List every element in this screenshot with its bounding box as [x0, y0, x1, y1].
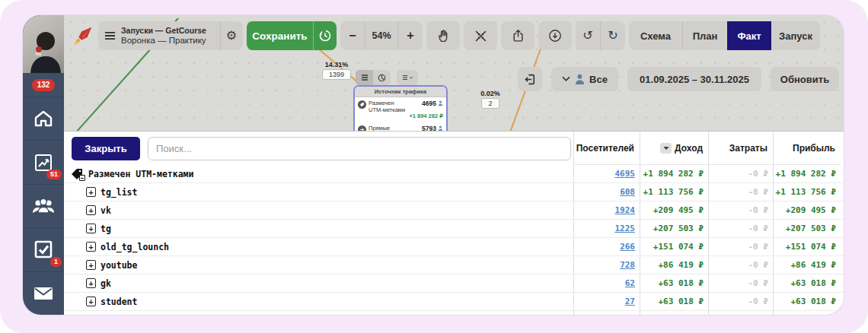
income-value: +63 018 ₽ — [640, 278, 708, 288]
sidebar-item-contacts[interactable] — [23, 185, 64, 228]
edge-count: 1399 — [322, 69, 351, 80]
history-controls — [576, 21, 625, 50]
tree-node-toggle[interactable]: youtube — [64, 260, 573, 271]
visitors-link[interactable]: 1225 — [615, 224, 636, 233]
hand-icon — [437, 29, 450, 43]
share-icon — [512, 29, 525, 43]
visitors-link[interactable]: 728 — [620, 260, 635, 270]
tree-node-toggle[interactable]: student — [64, 297, 573, 307]
zoom-out-button[interactable]: − — [340, 21, 365, 50]
date-range-button[interactable]: 01.09.2025 – 30.11.2025 — [627, 67, 761, 91]
zoom-level[interactable]: 54% — [365, 21, 397, 50]
traffic-source-node[interactable]: Источник трафика Размечен UTM-метками 46… — [353, 85, 448, 131]
visitors-link[interactable]: 1924 — [615, 205, 636, 215]
divider — [220, 21, 221, 50]
expand-icon[interactable] — [86, 260, 96, 270]
column-header-visitors[interactable]: Посетителей — [573, 143, 640, 154]
sidebar-item-home[interactable] — [23, 97, 64, 141]
visitors-link[interactable]: 62 — [625, 278, 635, 288]
avatar[interactable] — [23, 15, 64, 73]
column-header-profit[interactable]: Прибыль — [773, 143, 841, 154]
zoom-in-button[interactable]: + — [398, 21, 423, 50]
app-logo[interactable] — [72, 21, 94, 50]
history-clock-icon[interactable] — [314, 29, 337, 43]
table-row: youtube 728 +86 419 ₽ -0 ₽ +86 419 ₽ — [64, 256, 844, 274]
save-label: Сохранить — [247, 30, 313, 42]
node-row: Прямые переходы 5793 +1 582 164 ₽ — [355, 122, 446, 131]
expand-icon[interactable] — [86, 187, 96, 197]
download-button[interactable] — [538, 21, 572, 50]
audience-filter-label: Все — [589, 74, 608, 85]
undo-icon — [582, 30, 592, 42]
refresh-button[interactable]: Обновить — [771, 67, 839, 91]
direct-traffic-icon — [358, 125, 366, 131]
column-header-costs[interactable]: Затраты — [708, 143, 773, 154]
tab-schema[interactable]: Схема — [629, 21, 682, 50]
node-options-button[interactable] — [397, 70, 418, 85]
tree-node-toggle[interactable]: vk — [64, 205, 573, 216]
visitors-link[interactable]: 4695 — [615, 169, 636, 179]
income-value: +207 503 ₽ — [640, 224, 708, 233]
income-value: +86 419 ₽ — [640, 260, 708, 270]
collapse-icon[interactable] — [79, 175, 85, 181]
tab-launch[interactable]: Запуск — [771, 21, 820, 50]
home-icon — [34, 109, 53, 128]
tab-plan[interactable]: План — [683, 21, 727, 50]
node-view-chart-button[interactable] — [373, 70, 391, 85]
search-input[interactable] — [148, 137, 571, 160]
tree-node-toggle[interactable]: gk — [64, 278, 573, 289]
tree-node-toggle[interactable]: Размечен UTM-метками — [64, 168, 573, 179]
chevron-down-icon — [562, 76, 570, 82]
project-menu[interactable]: Запуски — GetCourse Воронка — Практику — [98, 21, 243, 50]
visitors-link[interactable]: 266 — [620, 242, 635, 252]
table-row: tg_list 608 +1 113 756 ₽ -0 ₽ +1 113 756… — [64, 183, 844, 201]
income-value: +1 894 282 ₽ — [640, 169, 708, 179]
tasks-badge: 1 — [50, 257, 62, 267]
sidebar-item-tasks[interactable]: 1 — [23, 228, 64, 271]
save-button[interactable]: Сохранить — [247, 21, 337, 50]
tree-node-toggle[interactable]: old_tg_lounch — [64, 242, 573, 252]
redo-button[interactable] — [601, 21, 625, 50]
table-rows: Размечен UTM-метками 4695 +1 894 282 ₽ -… — [64, 165, 844, 311]
table-row: Размечен UTM-метками 4695 +1 894 282 ₽ -… — [64, 165, 844, 183]
tab-fact[interactable]: Факт — [727, 21, 771, 50]
stats-badge: 51 — [46, 170, 62, 179]
project-title-line1: Запуски — GetCourse — [121, 26, 215, 36]
visitors-link[interactable]: 608 — [620, 187, 635, 197]
profit-value: +63 018 ₽ — [773, 278, 841, 288]
expand-icon[interactable] — [86, 242, 96, 252]
profit-value: +1 113 756 ₽ — [773, 187, 841, 197]
expand-icon[interactable] — [86, 224, 96, 233]
gear-icon[interactable] — [226, 30, 237, 42]
zoom-controls: − 54% + — [340, 21, 423, 50]
tree-node-toggle[interactable]: tg_list — [64, 187, 573, 198]
audience-filter-button[interactable]: Все — [551, 67, 618, 91]
profit-value: +207 503 ₽ — [773, 224, 841, 233]
list-icon — [402, 75, 408, 81]
sidebar: 132 51 1 — [23, 15, 64, 315]
fit-view-button[interactable] — [464, 21, 497, 50]
mode-tabs: Схема План Факт Запуск — [629, 21, 820, 50]
column-header-income[interactable]: Доход — [640, 143, 708, 154]
undo-button[interactable] — [576, 21, 600, 50]
sidebar-item-mail[interactable] — [23, 272, 64, 315]
utm-tag-icon[interactable] — [71, 168, 84, 179]
exit-icon — [524, 73, 537, 86]
node-view-list-button[interactable] — [356, 70, 373, 85]
node-title: Источник трафика — [355, 87, 446, 97]
share-button[interactable] — [501, 21, 535, 50]
refresh-label: Обновить — [780, 74, 829, 85]
hand-tool-button[interactable] — [426, 21, 460, 50]
stats-table-panel: Закрыть Посетителей Доход Затраты Прибыл… — [64, 131, 844, 315]
visitors-link[interactable]: 27 — [625, 297, 635, 306]
expand-icon[interactable] — [86, 278, 96, 288]
expand-icon[interactable] — [86, 297, 96, 306]
person-icon — [575, 74, 585, 85]
page-frame: 14.31% 1399 0.02% 2 Источник трафика — [0, 0, 868, 333]
exit-mode-button[interactable] — [518, 67, 542, 91]
expand-icon[interactable] — [86, 205, 96, 215]
tree-node-toggle[interactable]: tg — [64, 224, 573, 234]
sidebar-item-stats[interactable]: 51 — [23, 141, 64, 184]
edge-label: 0.02% 2 — [474, 90, 507, 109]
close-button[interactable]: Закрыть — [72, 137, 140, 160]
